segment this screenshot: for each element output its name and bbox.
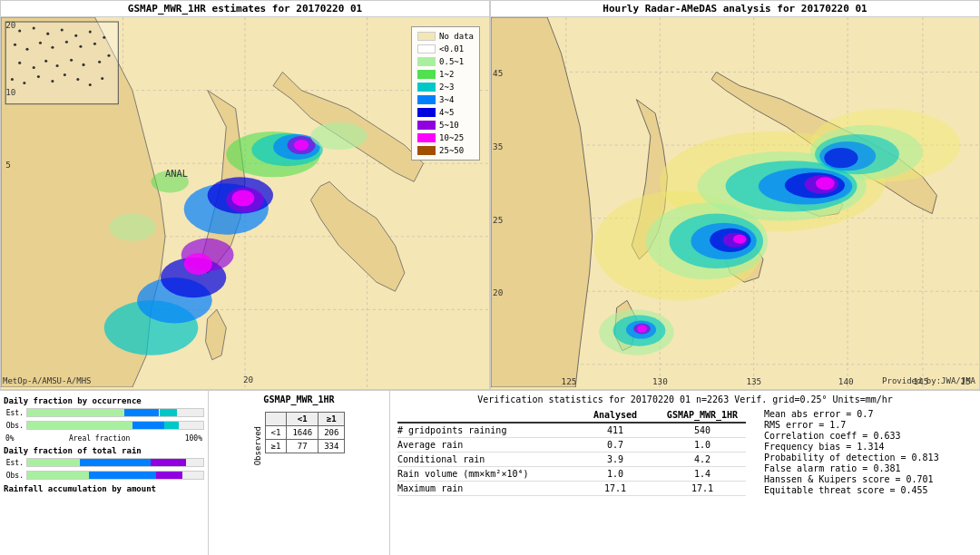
svg-point-51 (51, 80, 54, 83)
bar-container-obs-2 (26, 471, 204, 480)
left-map-title: GSMAP_MWR_1HR estimates for 20170220 01 (1, 1, 489, 17)
obs-label-2: Obs. (4, 472, 24, 480)
svg-point-48 (11, 78, 14, 81)
svg-point-24 (109, 214, 156, 241)
cont-header-empty (265, 413, 287, 426)
stats-header: Analysed GSMAP_MWR_1HR (397, 408, 746, 424)
legend: No data <0.01 0.5~1 1~2 2~3 3~4 4~5 5~10… (411, 26, 480, 161)
svg-point-49 (23, 82, 25, 84)
svg-text:45: 45 (493, 69, 503, 79)
svg-point-27 (33, 27, 35, 30)
svg-point-28 (46, 33, 49, 35)
est-label-2: Est. (4, 459, 24, 467)
svg-point-54 (89, 83, 92, 86)
svg-text:130: 130 (652, 376, 668, 386)
cont-r1c2: 206 (318, 426, 345, 440)
stat-analysed-2: 3.9 (572, 454, 659, 464)
metric-0: Mean abs error = 0.7 (764, 409, 973, 419)
left-map-area: ANAL 20 10 5 20 No data <0.01 0.5~1 1~2 … (1, 17, 489, 387)
right-map-attribution: Provided by:JWA/JMA (882, 376, 975, 385)
left-map-panel: GSMAP_MWR_1HR estimates for 20170220 01 (0, 0, 490, 390)
right-map-area: 45 35 25 20 125 130 135 140 145 15 Provi… (491, 17, 979, 387)
cont-table-content: <1 ≥1 <1 1646 206 ≥1 (265, 408, 346, 453)
svg-point-42 (44, 60, 47, 63)
cont-header-col2: ≥1 (318, 413, 345, 426)
cont-r2c1: 77 (287, 440, 318, 453)
svg-point-86 (824, 148, 858, 168)
stats-title: Verification statistics for 20170220 01 … (397, 394, 973, 404)
svg-text:140: 140 (838, 376, 854, 386)
contingency-table: <1 ≥1 <1 1646 206 ≥1 (265, 412, 346, 453)
obs-label-1: Obs. (4, 422, 24, 430)
svg-point-53 (76, 78, 79, 81)
svg-point-39 (103, 36, 105, 39)
stat-gsmap-1: 1.0 (659, 440, 746, 450)
verification-stats: Verification statistics for 20170220 01 … (390, 391, 980, 555)
chart3-title: Rainfall accumulation by amount (4, 484, 204, 493)
bottom-row: Daily fraction by occurrence Est. Obs. (0, 390, 980, 555)
est-label-1: Est. (4, 409, 24, 417)
svg-point-16 (232, 190, 255, 206)
metric-3: Frequency bias = 1.314 (764, 442, 973, 452)
stat-gsmap-3: 1.4 (659, 469, 746, 479)
stats-col-label (397, 410, 572, 420)
stats-row-1: Average rain 0.7 1.0 (397, 438, 746, 453)
stats-row-3: Rain volume (mm×km²×10⁴) 1.0 1.4 (397, 467, 746, 482)
right-map-panel: Hourly Radar-AMeDAS analysis for 2017022… (490, 0, 980, 390)
stats-col-gsmap: GSMAP_MWR_1HR (659, 410, 746, 420)
svg-text:20: 20 (493, 287, 503, 297)
cont-row-2: ≥1 77 334 (265, 440, 345, 453)
bar-container-est-1 (26, 408, 204, 417)
svg-point-38 (93, 43, 96, 45)
chart1-title: Daily fraction by occurrence (4, 396, 204, 405)
axis-left: 0% (5, 434, 15, 443)
contingency-table-section: GSMAP_MWR_1HR Observed <1 ≥1 (209, 391, 390, 555)
cont-row2-label: ≥1 (265, 440, 287, 453)
cont-r2c2: 334 (318, 440, 345, 453)
metric-5: False alarm ratio = 0.381 (764, 463, 973, 473)
main-container: GSMAP_MWR_1HR estimates for 20170220 01 (0, 0, 980, 555)
stat-analysed-0: 411 (572, 425, 659, 435)
right-map-svg: 45 35 25 20 125 130 135 140 145 15 (491, 17, 979, 387)
svg-point-35 (51, 46, 54, 49)
bottom-left-charts: Daily fraction by occurrence Est. Obs. (0, 391, 209, 555)
cont-row1-label: <1 (265, 426, 287, 440)
svg-point-41 (33, 66, 35, 69)
stat-analysed-4: 17.1 (572, 483, 659, 493)
svg-point-43 (56, 64, 59, 67)
svg-point-44 (70, 59, 73, 62)
metric-2: Correlation coeff = 0.633 (764, 431, 973, 441)
cont-header-col1: <1 (287, 413, 318, 426)
svg-point-52 (64, 73, 66, 76)
svg-text:20: 20 (243, 375, 253, 385)
svg-point-36 (65, 41, 68, 44)
svg-point-31 (89, 31, 92, 34)
stat-gsmap-0: 540 (659, 425, 746, 435)
svg-point-32 (14, 44, 16, 46)
bar-container-est-2 (26, 458, 204, 467)
svg-rect-25 (5, 22, 118, 104)
bar-chart-obs-1: Obs. (4, 421, 204, 430)
cont-table-title: GSMAP_MWR_1HR (263, 394, 334, 404)
stats-table-left: Analysed GSMAP_MWR_1HR # gridpoints rain… (397, 408, 746, 496)
svg-point-30 (74, 34, 77, 37)
svg-text:5: 5 (5, 160, 11, 170)
svg-point-45 (82, 63, 84, 66)
svg-text:125: 125 (562, 376, 577, 386)
svg-point-34 (39, 42, 42, 44)
stats-columns: Analysed GSMAP_MWR_1HR # gridpoints rain… (397, 408, 973, 496)
stats-metrics: Mean abs error = 0.7 RMS error = 1.7 Cor… (764, 408, 973, 496)
stat-label-0: # gridpoints raining (397, 425, 572, 435)
svg-point-21 (294, 140, 309, 151)
axis-mid: Areal fraction (69, 434, 130, 443)
stat-gsmap-4: 17.1 (659, 483, 746, 493)
svg-text:20: 20 (5, 20, 15, 30)
bar-chart-obs-2: Obs. (4, 471, 204, 480)
metric-1: RMS error = 1.7 (764, 420, 973, 430)
stat-label-3: Rain volume (mm×km²×10⁴) (397, 469, 572, 479)
stats-row-4: Maximum rain 17.1 17.1 (397, 482, 746, 496)
stats-col-analysed: Analysed (572, 410, 659, 420)
svg-point-40 (18, 62, 21, 64)
svg-point-46 (98, 61, 101, 63)
svg-point-89 (733, 235, 746, 244)
